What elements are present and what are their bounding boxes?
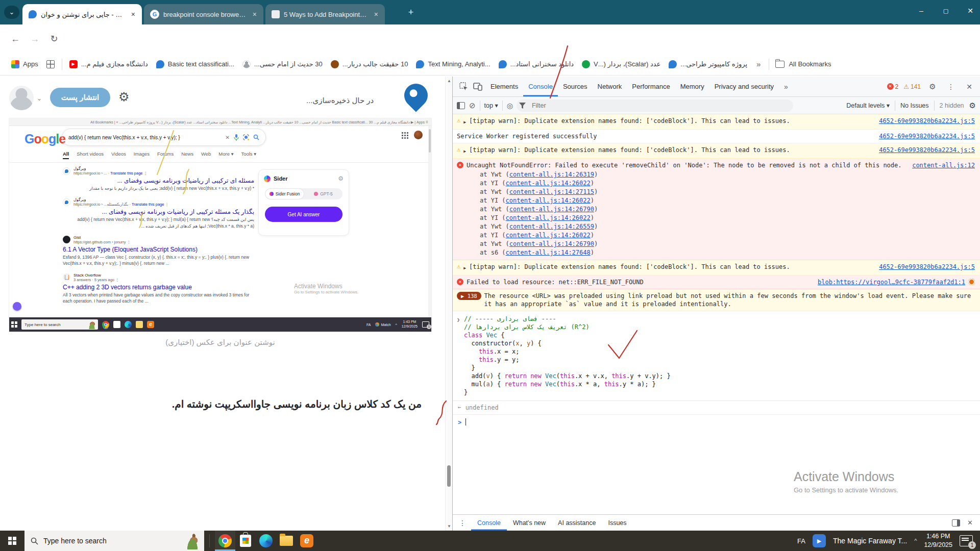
search-result[interactable]: Stack Overflow3 answers · 5 years ago ⋮C… [63, 273, 254, 305]
expand-triangle-icon[interactable]: ▶ [463, 118, 466, 127]
taskbar-edge-icon[interactable] [256, 531, 276, 551]
console-message-log[interactable]: Service Worker registered successfully46… [453, 130, 980, 143]
stack-source-link[interactable]: content-all.js:14:26022 [506, 180, 591, 187]
bookmark-item[interactable] [42, 58, 59, 70]
reload-icon[interactable]: ↻ [47, 32, 61, 46]
bookmark-item[interactable]: Text Mining, Analyti... [412, 58, 494, 70]
stack-source-link[interactable]: content-all.js:14:27115 [509, 188, 594, 195]
media-title[interactable]: The Magic Faraway T... [833, 537, 907, 545]
page-scrollbar[interactable]: ▲ ▼ [445, 77, 452, 531]
bing-daily-image[interactable] [184, 532, 201, 549]
stack-source-link[interactable]: content-all.js:14:26790 [509, 206, 594, 213]
devtools-tab-memory[interactable]: Memory [675, 77, 709, 96]
source-link[interactable]: 4652-69e993820b6a2234.js:5 [879, 132, 975, 140]
sider-fusion-tab[interactable]: Sider Fusion [265, 189, 304, 199]
stack-source-link[interactable]: content-all.js:14:26559 [509, 223, 594, 230]
taskbar-search-box[interactable]: Type here to search [24, 531, 204, 551]
bookmark-item[interactable]: عدد (Scalar)، بردار (...V [578, 58, 665, 70]
console-prompt[interactable]: > [453, 415, 980, 430]
console-message-warn[interactable]: ▶ 138The resource <URL> was preloaded us… [453, 289, 980, 311]
clear-console-icon[interactable]: ⊘ [469, 101, 476, 110]
tab-search-button[interactable]: ⌄ [4, 6, 19, 19]
source-link[interactable]: 4652-69e993820b6a2234.js:5 [879, 117, 975, 125]
console-message-error[interactable]: ✕Failed to load resource: net::ERR_FILE_… [453, 276, 980, 289]
devtools-settings-gear-icon[interactable]: ⚙ [926, 80, 939, 93]
clock[interactable]: 1:46 PM 12/9/2025 [924, 532, 952, 549]
google-nav-videos[interactable]: Videos [111, 151, 126, 159]
result-title-link[interactable]: مسئله ای ترکیبی از ریاضیات وبرنامه نویسی… [63, 177, 254, 184]
hidden-messages-label[interactable]: 2 hidden [940, 102, 964, 109]
language-indicator[interactable]: FA [797, 537, 805, 545]
source-link[interactable]: 4652-69e993820b6a2234.js:5 [879, 146, 975, 154]
tab-close-icon[interactable]: × [130, 10, 137, 18]
devtools-tab-sources[interactable]: Sources [558, 77, 593, 96]
console-sidebar-icon[interactable] [457, 102, 465, 109]
source-link[interactable]: blob:https://virgool…9cfc-38779faaf2d1:1 [818, 278, 965, 286]
bookmark-item[interactable]: Apps [7, 58, 42, 70]
editor-settings-gear-icon[interactable]: ⚙ [118, 90, 130, 104]
google-nav-forums[interactable]: Forums [157, 151, 174, 159]
browser-tab[interactable]: 5 Ways to Add Breakpoints on × [265, 4, 385, 24]
new-tab-button[interactable]: + [404, 6, 418, 19]
back-icon[interactable]: ← [8, 32, 22, 46]
drawer-kebab-icon[interactable]: ⋮ [456, 519, 469, 527]
console-filter-input[interactable] [517, 99, 793, 112]
more-panels-icon[interactable]: » [780, 83, 792, 91]
taskbar-explorer-icon[interactable] [276, 531, 297, 551]
minimize-button[interactable]: – [916, 7, 927, 15]
expand-triangle-icon[interactable]: ▶ [463, 264, 466, 272]
bookmark-item[interactable]: 10 حقیقت جالب دربار... [327, 58, 412, 70]
console-message-warn[interactable]: ⚠▶[tiptap warn]: Duplicate extension nam… [453, 114, 980, 130]
publish-post-button[interactable]: انتشار پست [50, 88, 110, 107]
floating-widget-icon[interactable] [13, 302, 21, 311]
tab-close-icon[interactable]: × [251, 10, 258, 18]
image-caption[interactable]: نوشتن عنوان برای عکس (اختیاری) [9, 338, 431, 347]
drawer-tab-issues[interactable]: Issues [602, 515, 632, 531]
sider-settings-gear-icon[interactable]: ⚙ [338, 175, 344, 182]
live-expression-eye-icon[interactable]: ◎ [507, 102, 513, 110]
devtools-close-icon[interactable]: ✕ [963, 80, 976, 93]
devtools-tab-performance[interactable]: Performance [627, 77, 675, 96]
stack-source-link[interactable]: content-all.js:14:26022 [506, 214, 591, 221]
scroll-down-icon[interactable]: ▼ [447, 524, 451, 529]
google-search-box[interactable]: add(v) { return new Vec(this.x + v.x, th… [62, 129, 266, 146]
search-result[interactable]: ویرگولhttps://virgool.io › ... · Transla… [63, 166, 254, 191]
result-title-link[interactable]: C++ adding 2 3D vectors returns garbage … [63, 284, 254, 291]
browser-tab[interactable]: ویرگول - جایی برای نوشتن و خوان× [22, 4, 142, 24]
bookmarks-overflow-icon[interactable]: » [751, 60, 766, 68]
stack-source-link[interactable]: content-all.js:14:26022 [506, 232, 591, 239]
result-url[interactable]: https://virgool.io › ...بگذاریکمسئله · T… [74, 202, 169, 207]
forward-icon[interactable]: → [28, 32, 42, 46]
search-result[interactable]: Gisthttps://gist.github.com › jonurry ⋮6… [63, 235, 254, 267]
taskbar-store-icon[interactable] [235, 531, 256, 551]
clear-query-icon[interactable]: ✕ [226, 135, 230, 140]
search-query-text[interactable]: add(v) { return new Vec(this.x + v.x, th… [68, 135, 222, 140]
result-title-link[interactable]: 6.1 A Vector Type (Eloquent JavaScript S… [63, 246, 254, 253]
devtools-kebab-icon[interactable]: ⋮ [944, 80, 958, 93]
expand-triangle-icon[interactable]: ▶ [463, 147, 466, 156]
console-message-error[interactable]: ✕Uncaught NotFoundError: Failed to execu… [453, 159, 980, 260]
stack-source-link[interactable]: content-all.js:14:27648 [506, 249, 591, 256]
result-url[interactable]: https://virgool.io › ... · Translate thi… [74, 171, 148, 176]
get-ai-answer-button[interactable]: Get AI answer [265, 207, 342, 222]
result-title-link[interactable]: بگذار یک مسئله ترکیبی از ریاضیات وبرنامه… [63, 208, 254, 215]
devtools-tab-console[interactable]: Console [523, 77, 558, 96]
no-issues-label[interactable]: No Issues [900, 102, 929, 109]
media-play-icon[interactable]: ▶ [813, 534, 826, 547]
device-toolbar-icon[interactable] [471, 80, 484, 93]
article-paragraph[interactable]: من یک کد کلاس زبان برنامه نویسی جاوااسکر… [172, 398, 422, 410]
drawer-tab-ai-assistance[interactable]: AI assistance [552, 515, 602, 531]
close-button[interactable]: ✕ [965, 7, 976, 15]
search-result[interactable]: ویرگولhttps://virgool.io › ...بگذاریکمسئ… [63, 197, 254, 229]
context-selector[interactable]: top ▾ [484, 102, 498, 109]
stack-source-link[interactable]: content-all.js:14:26790 [509, 240, 594, 247]
all-bookmarks-button[interactable]: All Bookmarks [775, 60, 831, 68]
bookmark-item[interactable]: دانلود سخنرانی استاد... [495, 58, 578, 70]
search-magnifier-icon[interactable] [253, 134, 259, 140]
tab-close-icon[interactable]: × [373, 10, 380, 18]
drawer-tab-console[interactable]: Console [471, 515, 507, 531]
error-count-badge[interactable]: ✕ 2 [887, 83, 899, 90]
google-nav-news[interactable]: News [181, 151, 193, 159]
stack-source-link[interactable]: content-all.js:14:26022 [506, 197, 591, 204]
source-link[interactable]: 4652-69e993820b6a2234.js:5 [879, 263, 975, 271]
